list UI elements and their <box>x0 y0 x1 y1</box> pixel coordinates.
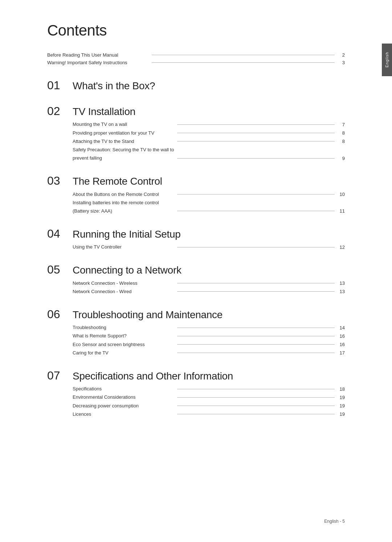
section-item-page: 16 <box>338 342 345 347</box>
section-item: Mounting the TV on a wall7 <box>73 121 345 128</box>
section-item-dots <box>177 141 335 141</box>
section-item-page: 18 <box>338 386 345 392</box>
section-item-page: 12 <box>338 245 345 250</box>
section-item: Eco Sensor and screen brightness16 <box>73 341 345 348</box>
section-item-label: Caring for the TV <box>73 350 174 356</box>
section-item-page: 14 <box>338 325 345 330</box>
section-item-label: Decreasing power consumption <box>73 403 174 409</box>
section-title-05: Connecting to a Network <box>73 265 181 276</box>
section-item: What is Remote Support?16 <box>73 333 345 339</box>
section-item-page: 10 <box>338 192 345 197</box>
section-item-page: 19 <box>338 411 345 417</box>
section-item-page: 8 <box>338 130 345 136</box>
section-04: 04Running the Initial SetupUsing the TV … <box>47 227 345 250</box>
section-number-07: 07 <box>47 369 73 382</box>
intro-entry-page: 3 <box>338 60 345 65</box>
section-item-dots <box>177 336 335 336</box>
section-item-page: 17 <box>338 350 345 356</box>
footer: English - 5 <box>324 519 345 524</box>
section-number-05: 05 <box>47 263 73 276</box>
section-item-label: Using the TV Controller <box>73 244 174 250</box>
section-header-05: 05Connecting to a Network <box>47 263 345 276</box>
section-items-04: Using the TV Controller12 <box>47 244 345 250</box>
section-03: 03The Remote ControlAbout the Buttons on… <box>47 174 345 214</box>
section-number-01: 01 <box>47 79 73 92</box>
section-item-dots <box>177 158 335 159</box>
section-item-page: 8 <box>338 139 345 144</box>
section-item-page: 11 <box>338 208 345 214</box>
sections-container: 01What's in the Box?02TV InstallationMou… <box>47 79 345 418</box>
section-item-dots <box>177 397 335 398</box>
section-items-06: Troubleshooting14What is Remote Support?… <box>47 324 345 356</box>
section-item: Licences19 <box>73 411 345 418</box>
section-item: Decreasing power consumption19 <box>73 403 345 409</box>
section-title-03: The Remote Control <box>73 176 162 187</box>
section-number-02: 02 <box>47 105 73 118</box>
section-item: Safety Precaution: Securing the TV to th… <box>73 147 345 153</box>
section-item-dots <box>177 353 335 353</box>
section-items-07: Specifications18Environmental Considerat… <box>47 386 345 418</box>
section-item-label: Installing batteries into the remote con… <box>73 200 174 206</box>
section-01: 01What's in the Box? <box>47 79 345 92</box>
section-item-dots <box>177 194 335 194</box>
section-header-06: 06Troubleshooting and Maintenance <box>47 308 345 321</box>
intro-entry-dots <box>152 62 335 63</box>
intro-entries: Before Reading This User Manual 2 Warnin… <box>47 52 345 65</box>
section-items-03: About the Buttons on the Remote Control1… <box>47 191 345 215</box>
page: English Contents Before Reading This Use… <box>0 0 392 542</box>
section-item-label: Environmental Considerations <box>73 394 174 401</box>
section-item-dots <box>177 283 335 283</box>
section-header-03: 03The Remote Control <box>47 174 345 187</box>
section-item-page: 16 <box>338 333 345 339</box>
section-item: Network Connection - Wireless13 <box>73 280 345 287</box>
section-item-label: Attaching the TV to the Stand <box>73 138 174 145</box>
section-item: Using the TV Controller12 <box>73 244 345 250</box>
section-02: 02TV InstallationMounting the TV on a wa… <box>47 105 345 161</box>
section-item-dots <box>177 124 335 125</box>
section-title-01: What's in the Box? <box>73 81 155 92</box>
section-item-label: Specifications <box>73 386 174 392</box>
section-item: Network Connection - Wired13 <box>73 288 345 295</box>
section-item-dots <box>177 211 335 211</box>
section-header-02: 02TV Installation <box>47 105 345 118</box>
section-item-dots <box>177 291 335 292</box>
section-item-label: Network Connection - Wireless <box>73 280 174 287</box>
section-item: Troubleshooting14 <box>73 324 345 331</box>
section-items-02: Mounting the TV on a wall7Providing prop… <box>47 121 345 161</box>
section-item-label: Mounting the TV on a wall <box>73 121 174 128</box>
section-item-page: 19 <box>338 403 345 408</box>
section-item-page: 9 <box>338 156 345 161</box>
section-title-04: Running the Initial Setup <box>73 229 181 240</box>
section-item-label: Licences <box>73 411 174 418</box>
section-title-06: Troubleshooting and Maintenance <box>73 309 222 321</box>
section-item-label: What is Remote Support? <box>73 333 174 339</box>
section-item: Installing batteries into the remote con… <box>73 200 345 206</box>
section-items-05: Network Connection - Wireless13Network C… <box>47 280 345 295</box>
section-item-label: prevent falling <box>73 155 174 161</box>
section-item-page: 19 <box>338 395 345 400</box>
section-item: Attaching the TV to the Stand8 <box>73 138 345 145</box>
section-header-07: 07Specifications and Other Information <box>47 369 345 382</box>
section-item-label: (Battery size: AAA) <box>73 208 174 214</box>
page-title: Contents <box>47 22 345 39</box>
section-item: Caring for the TV17 <box>73 350 345 356</box>
section-item-dots <box>177 344 335 345</box>
section-number-03: 03 <box>47 174 73 187</box>
section-item-page: 13 <box>338 289 345 294</box>
section-item-label: Troubleshooting <box>73 324 174 331</box>
section-06: 06Troubleshooting and MaintenanceTrouble… <box>47 308 345 356</box>
section-item: Environmental Considerations19 <box>73 394 345 401</box>
section-item-dots <box>177 328 335 328</box>
section-item-label: Safety Precaution: Securing the TV to th… <box>73 147 174 153</box>
section-item-dots <box>177 389 335 389</box>
footer-text: English - 5 <box>324 519 345 524</box>
section-item-dots <box>177 247 335 247</box>
intro-entry: Before Reading This User Manual 2 <box>47 52 345 58</box>
section-number-04: 04 <box>47 227 73 240</box>
section-number-06: 06 <box>47 308 73 321</box>
section-item-label: About the Buttons on the Remote Control <box>73 191 174 198</box>
section-item-dots <box>177 133 335 133</box>
section-05: 05Connecting to a NetworkNetwork Connect… <box>47 263 345 295</box>
section-item: Providing proper ventilation for your TV… <box>73 130 345 136</box>
intro-entry-page: 2 <box>338 52 345 58</box>
